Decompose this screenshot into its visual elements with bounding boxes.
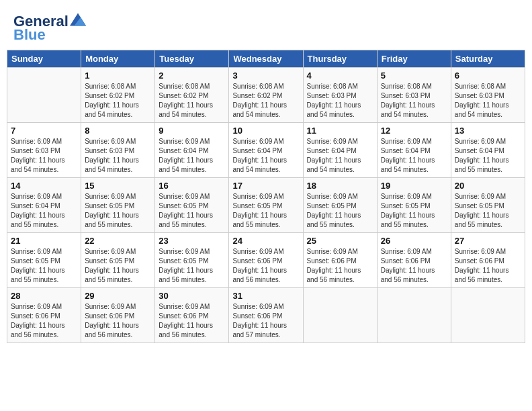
day-info: Sunrise: 6:09 AMSunset: 6:05 PMDaylight:… xyxy=(159,192,225,230)
day-number: 27 xyxy=(455,236,521,246)
calendar-cell: 8Sunrise: 6:09 AMSunset: 6:03 PMDaylight… xyxy=(81,123,155,178)
calendar-cell: 21Sunrise: 6:09 AMSunset: 6:05 PMDayligh… xyxy=(7,233,81,288)
day-number: 6 xyxy=(455,71,521,81)
day-info: Sunrise: 6:09 AMSunset: 6:06 PMDaylight:… xyxy=(381,247,447,285)
calendar-header-row: SundayMondayTuesdayWednesdayThursdayFrid… xyxy=(7,50,525,68)
day-info: Sunrise: 6:09 AMSunset: 6:05 PMDaylight:… xyxy=(85,192,151,230)
calendar-cell: 14Sunrise: 6:09 AMSunset: 6:04 PMDayligh… xyxy=(7,178,81,233)
calendar-cell: 26Sunrise: 6:09 AMSunset: 6:06 PMDayligh… xyxy=(377,233,451,288)
day-info: Sunrise: 6:08 AMSunset: 6:03 PMDaylight:… xyxy=(381,82,447,120)
day-header-monday: Monday xyxy=(81,50,155,68)
logo-icon xyxy=(70,13,86,26)
day-number: 14 xyxy=(11,181,77,191)
calendar-cell: 7Sunrise: 6:09 AMSunset: 6:03 PMDaylight… xyxy=(7,123,81,178)
day-number: 2 xyxy=(159,71,225,81)
calendar-cell: 17Sunrise: 6:09 AMSunset: 6:05 PMDayligh… xyxy=(229,178,303,233)
calendar-cell xyxy=(303,288,377,343)
calendar-cell: 3Sunrise: 6:08 AMSunset: 6:02 PMDaylight… xyxy=(229,68,303,123)
day-number: 18 xyxy=(307,181,373,191)
day-number: 25 xyxy=(307,236,373,246)
calendar-week-row: 28Sunrise: 6:09 AMSunset: 6:06 PMDayligh… xyxy=(7,288,525,343)
calendar-cell xyxy=(451,288,525,343)
day-info: Sunrise: 6:09 AMSunset: 6:05 PMDaylight:… xyxy=(455,192,521,230)
day-number: 20 xyxy=(455,181,521,191)
day-number: 12 xyxy=(381,126,447,136)
day-number: 30 xyxy=(159,291,225,301)
day-info: Sunrise: 6:09 AMSunset: 6:03 PMDaylight:… xyxy=(11,137,77,175)
day-info: Sunrise: 6:08 AMSunset: 6:02 PMDaylight:… xyxy=(232,82,299,120)
day-header-wednesday: Wednesday xyxy=(229,50,303,68)
day-info: Sunrise: 6:09 AMSunset: 6:06 PMDaylight:… xyxy=(307,247,373,285)
day-info: Sunrise: 6:09 AMSunset: 6:05 PMDaylight:… xyxy=(307,192,373,230)
day-info: Sunrise: 6:09 AMSunset: 6:04 PMDaylight:… xyxy=(159,137,225,175)
day-info: Sunrise: 6:09 AMSunset: 6:03 PMDaylight:… xyxy=(85,137,151,175)
day-number: 31 xyxy=(232,291,299,301)
day-number: 19 xyxy=(381,181,447,191)
day-info: Sunrise: 6:09 AMSunset: 6:05 PMDaylight:… xyxy=(159,247,225,285)
day-info: Sunrise: 6:09 AMSunset: 6:04 PMDaylight:… xyxy=(307,137,373,175)
calendar-cell: 6Sunrise: 6:08 AMSunset: 6:03 PMDaylight… xyxy=(451,68,525,123)
day-info: Sunrise: 6:09 AMSunset: 6:05 PMDaylight:… xyxy=(85,247,151,285)
day-number: 24 xyxy=(232,236,299,246)
day-info: Sunrise: 6:09 AMSunset: 6:05 PMDaylight:… xyxy=(232,192,299,230)
day-info: Sunrise: 6:09 AMSunset: 6:05 PMDaylight:… xyxy=(11,247,77,285)
day-number: 21 xyxy=(11,236,77,246)
calendar-week-row: 14Sunrise: 6:09 AMSunset: 6:04 PMDayligh… xyxy=(7,178,525,233)
day-info: Sunrise: 6:09 AMSunset: 6:05 PMDaylight:… xyxy=(381,192,447,230)
calendar-cell: 2Sunrise: 6:08 AMSunset: 6:02 PMDaylight… xyxy=(155,68,229,123)
day-info: Sunrise: 6:08 AMSunset: 6:03 PMDaylight:… xyxy=(307,82,373,120)
calendar-cell: 24Sunrise: 6:09 AMSunset: 6:06 PMDayligh… xyxy=(229,233,303,288)
day-info: Sunrise: 6:09 AMSunset: 6:04 PMDaylight:… xyxy=(381,137,447,175)
calendar-cell: 19Sunrise: 6:09 AMSunset: 6:05 PMDayligh… xyxy=(377,178,451,233)
day-info: Sunrise: 6:09 AMSunset: 6:04 PMDaylight:… xyxy=(232,137,299,175)
day-number: 7 xyxy=(11,126,77,136)
logo: General Blue xyxy=(13,13,86,43)
day-number: 15 xyxy=(85,181,151,191)
calendar-cell: 28Sunrise: 6:09 AMSunset: 6:06 PMDayligh… xyxy=(7,288,81,343)
day-info: Sunrise: 6:09 AMSunset: 6:06 PMDaylight:… xyxy=(455,247,521,285)
day-number: 5 xyxy=(381,71,447,81)
calendar-week-row: 21Sunrise: 6:09 AMSunset: 6:05 PMDayligh… xyxy=(7,233,525,288)
calendar-cell xyxy=(377,288,451,343)
calendar-cell: 1Sunrise: 6:08 AMSunset: 6:02 PMDaylight… xyxy=(81,68,155,123)
day-header-sunday: Sunday xyxy=(7,50,81,68)
calendar-cell: 15Sunrise: 6:09 AMSunset: 6:05 PMDayligh… xyxy=(81,178,155,233)
day-number: 29 xyxy=(85,291,151,301)
day-info: Sunrise: 6:08 AMSunset: 6:02 PMDaylight:… xyxy=(85,82,151,120)
day-number: 3 xyxy=(232,71,299,81)
day-header-saturday: Saturday xyxy=(451,50,525,68)
calendar-cell: 10Sunrise: 6:09 AMSunset: 6:04 PMDayligh… xyxy=(229,123,303,178)
calendar-cell: 12Sunrise: 6:09 AMSunset: 6:04 PMDayligh… xyxy=(377,123,451,178)
calendar-cell: 30Sunrise: 6:09 AMSunset: 6:06 PMDayligh… xyxy=(155,288,229,343)
day-info: Sunrise: 6:09 AMSunset: 6:06 PMDaylight:… xyxy=(11,302,77,340)
day-info: Sunrise: 6:09 AMSunset: 6:06 PMDaylight:… xyxy=(85,302,151,340)
day-header-tuesday: Tuesday xyxy=(155,50,229,68)
day-info: Sunrise: 6:09 AMSunset: 6:04 PMDaylight:… xyxy=(11,192,77,230)
day-info: Sunrise: 6:09 AMSunset: 6:06 PMDaylight:… xyxy=(232,247,299,285)
day-header-thursday: Thursday xyxy=(303,50,377,68)
calendar-cell: 5Sunrise: 6:08 AMSunset: 6:03 PMDaylight… xyxy=(377,68,451,123)
logo-blue-text: Blue xyxy=(13,27,46,43)
calendar-cell: 13Sunrise: 6:09 AMSunset: 6:04 PMDayligh… xyxy=(451,123,525,178)
day-number: 4 xyxy=(307,71,373,81)
day-info: Sunrise: 6:08 AMSunset: 6:02 PMDaylight:… xyxy=(159,82,225,120)
calendar-cell: 11Sunrise: 6:09 AMSunset: 6:04 PMDayligh… xyxy=(303,123,377,178)
calendar-cell: 18Sunrise: 6:09 AMSunset: 6:05 PMDayligh… xyxy=(303,178,377,233)
day-number: 11 xyxy=(307,126,373,136)
day-number: 8 xyxy=(85,126,151,136)
calendar-cell: 29Sunrise: 6:09 AMSunset: 6:06 PMDayligh… xyxy=(81,288,155,343)
day-number: 17 xyxy=(232,181,299,191)
calendar-cell: 25Sunrise: 6:09 AMSunset: 6:06 PMDayligh… xyxy=(303,233,377,288)
calendar-cell: 23Sunrise: 6:09 AMSunset: 6:05 PMDayligh… xyxy=(155,233,229,288)
day-number: 23 xyxy=(159,236,225,246)
day-number: 13 xyxy=(455,126,521,136)
calendar-cell: 16Sunrise: 6:09 AMSunset: 6:05 PMDayligh… xyxy=(155,178,229,233)
calendar-cell: 4Sunrise: 6:08 AMSunset: 6:03 PMDaylight… xyxy=(303,68,377,123)
day-number: 9 xyxy=(159,126,225,136)
calendar-cell: 22Sunrise: 6:09 AMSunset: 6:05 PMDayligh… xyxy=(81,233,155,288)
calendar-week-row: 7Sunrise: 6:09 AMSunset: 6:03 PMDaylight… xyxy=(7,123,525,178)
calendar-cell xyxy=(7,68,81,123)
day-info: Sunrise: 6:09 AMSunset: 6:06 PMDaylight:… xyxy=(159,302,225,340)
day-number: 16 xyxy=(159,181,225,191)
calendar-cell: 20Sunrise: 6:09 AMSunset: 6:05 PMDayligh… xyxy=(451,178,525,233)
